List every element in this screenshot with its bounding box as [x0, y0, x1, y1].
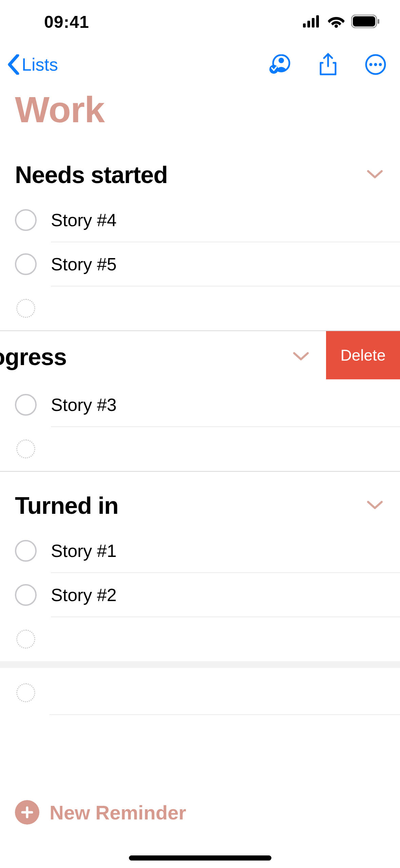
standalone-new-item — [0, 671, 400, 715]
svg-point-9 — [279, 58, 284, 63]
checkbox-placeholder-icon — [16, 439, 35, 458]
item-title: Story #4 — [51, 210, 117, 230]
svg-rect-3 — [316, 15, 319, 28]
svg-point-12 — [369, 63, 373, 66]
svg-rect-1 — [307, 21, 310, 28]
section-header[interactable]: In progress — [0, 331, 326, 383]
chevron-down-icon[interactable] — [293, 351, 309, 363]
list-item[interactable]: Story #4 — [15, 198, 400, 242]
svg-rect-6 — [353, 16, 375, 26]
new-item-placeholder[interactable] — [15, 427, 400, 471]
bottom-toolbar: New Reminder — [0, 800, 400, 868]
svg-rect-7 — [378, 19, 379, 24]
checkbox-unchecked-icon[interactable] — [15, 584, 37, 606]
section-turned-in: Turned in Story #1 Story #2 — [0, 472, 400, 661]
section-items: Story #1 Story #2 — [0, 529, 400, 661]
section-in-progress: Delete In progress Story #3 — [0, 331, 400, 471]
battery-icon — [351, 15, 380, 30]
item-title: Story #5 — [51, 254, 117, 274]
section-title: Turned in — [15, 492, 118, 519]
wifi-icon — [327, 15, 345, 29]
list-item[interactable]: Story #1 — [15, 529, 400, 573]
checkbox-placeholder-icon — [16, 299, 35, 318]
checkbox-placeholder-icon — [16, 630, 35, 649]
section-needs-started: Needs started Story #4 Story #5 — [0, 141, 400, 330]
status-time: 09:41 — [44, 12, 89, 32]
svg-rect-2 — [312, 18, 315, 28]
checkbox-placeholder-icon — [16, 683, 35, 702]
section-title: In progress — [0, 343, 66, 370]
checkbox-unchecked-icon[interactable] — [15, 253, 37, 275]
nav-bar: Lists — [0, 44, 400, 85]
list-item[interactable]: Story #2 — [15, 573, 400, 617]
section-items: Story #3 — [0, 383, 400, 471]
item-title: Story #2 — [51, 585, 117, 605]
cellular-icon — [303, 15, 321, 29]
delete-button[interactable]: Delete — [326, 331, 400, 379]
status-bar: 09:41 — [0, 0, 400, 44]
checkbox-unchecked-icon[interactable] — [15, 394, 37, 416]
plus-circle-icon — [15, 800, 39, 825]
nav-actions — [268, 53, 386, 76]
new-item-placeholder[interactable] — [15, 671, 400, 715]
svg-rect-0 — [303, 23, 306, 28]
section-header[interactable]: Needs started — [0, 141, 400, 198]
chevron-down-icon[interactable] — [367, 169, 383, 181]
new-reminder-button[interactable]: New Reminder — [0, 800, 400, 825]
svg-point-14 — [379, 63, 382, 66]
home-indicator[interactable] — [129, 855, 271, 861]
new-item-placeholder[interactable] — [15, 617, 400, 661]
svg-point-13 — [374, 63, 377, 66]
section-header[interactable]: Turned in — [0, 472, 400, 529]
more-icon[interactable] — [365, 54, 386, 75]
item-title: Story #3 — [51, 395, 117, 415]
back-button[interactable]: Lists — [7, 54, 58, 75]
section-separator — [0, 661, 400, 668]
new-item-placeholder[interactable] — [15, 286, 400, 330]
collaborate-icon[interactable] — [268, 54, 291, 75]
status-icons — [303, 15, 380, 30]
item-title: Story #1 — [51, 541, 117, 561]
list-item[interactable]: Story #5 — [15, 242, 400, 286]
section-items: Story #4 Story #5 — [0, 198, 400, 330]
share-icon[interactable] — [319, 53, 338, 76]
chevron-down-icon[interactable] — [367, 500, 383, 511]
new-reminder-label: New Reminder — [50, 801, 186, 824]
checkbox-unchecked-icon[interactable] — [15, 209, 37, 231]
svg-point-4 — [335, 24, 338, 28]
checkbox-unchecked-icon[interactable] — [15, 540, 37, 562]
list-item[interactable]: Story #3 — [15, 383, 400, 427]
delete-label: Delete — [341, 346, 386, 364]
back-label: Lists — [22, 54, 58, 75]
section-title: Needs started — [15, 161, 168, 188]
list-title: Work — [0, 85, 400, 141]
chevron-left-icon — [7, 54, 20, 75]
